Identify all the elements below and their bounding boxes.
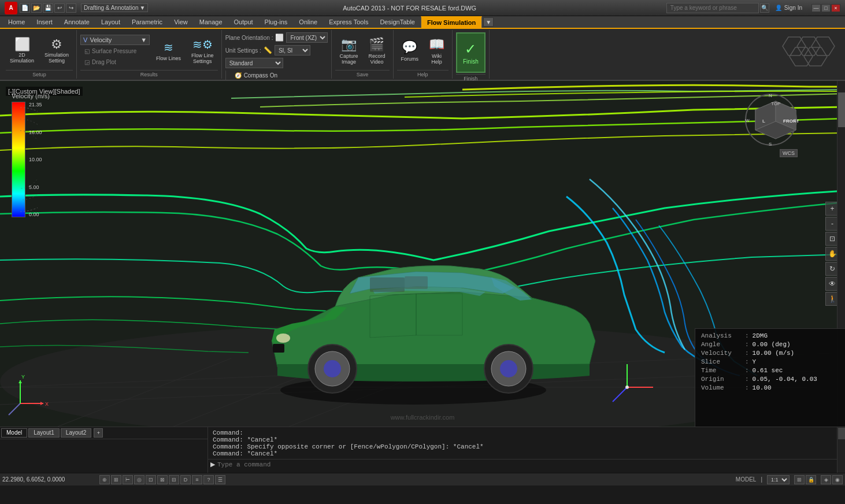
lock-icon[interactable]: 🔒 [806,475,816,484]
polar-icon[interactable]: ◎ [134,475,144,484]
velocity-v-icon: V [83,36,87,43]
tab-plugins[interactable]: Plug-ins [259,16,294,28]
tab-view[interactable]: View [168,16,194,28]
osnap-icon[interactable]: ⊡ [146,475,156,484]
command-input-row[interactable]: ▶ [208,459,837,469]
ribbon-tab-bar: Home Insert Annotate Layout Parametric V… [0,16,845,29]
tab-options-btn[interactable]: ▼ [483,17,494,27]
sim-setting-icon: ⚙ [51,38,62,51]
perf-icon2[interactable]: ◉ [832,475,843,484]
record-video-icon: 🎬 [369,37,384,52]
sc-icon[interactable]: ☰ [215,475,225,484]
workspace-dropdown[interactable]: Drafting & Annotation ▼ [81,3,148,12]
ribbon-group-help: 💬 Forums 📖 Wiki Help Help [394,30,453,79]
tab-layout1[interactable]: Layout1 [28,428,60,438]
tab-online[interactable]: Online [293,16,323,28]
btn-capture-image[interactable]: 📷 Capture Image [335,35,362,67]
workspace-icon[interactable]: ⊞ [794,475,805,484]
tab-layout[interactable]: Layout [95,16,126,28]
grid-icon[interactable]: ⊞ [111,475,121,484]
svg-rect-22 [370,277,405,292]
window-controls: — □ × [811,4,840,12]
tab-annotate[interactable]: Annotate [58,16,95,28]
btn-wiki-help[interactable]: 📖 Wiki Help [425,35,449,67]
flow-lines-icon: ≋ [164,40,173,54]
btn-simulation-setting[interactable]: ⚙ Simulation Setting [40,36,73,66]
btn-2d-simulation[interactable]: ⬜ 2D Simulation [6,36,38,66]
tab-flow-simulation[interactable]: Flow Simulation [421,16,482,28]
capture-image-icon: 📷 [341,37,357,52]
svg-rect-23 [405,276,428,289]
product-logo [771,31,840,77]
cmd-line-1: Command: [213,429,832,436]
snap-icon[interactable]: ⊕ [99,475,110,484]
qp-icon[interactable]: ? [203,475,214,484]
unit-settings-select[interactable]: SI, SI Imperial [275,45,310,55]
svg-marker-4 [804,47,827,66]
tab-design-table[interactable]: DesignTable [374,16,421,28]
lw-icon[interactable]: ≡ [192,475,202,484]
info-row-velocity: Velocity : 10.00 (m/s) [701,350,839,357]
restore-btn[interactable]: □ [821,4,831,12]
tab-parametric[interactable]: Parametric [126,16,168,28]
ribbon: ⬜ 2D Simulation ⚙ Simulation Setting Set… [0,29,845,81]
viewport-scale-select[interactable]: 1:1 1:2 2:1 [767,475,790,484]
svg-text:L: L [762,118,765,124]
qat-save[interactable]: 💾 [43,3,53,13]
view-cube-container[interactable]: L FRONT TOP N S W E [744,92,799,149]
btn-record-video[interactable]: 🎬 Record Video [364,35,389,67]
view-mode-icons: ⊞ 🔒 [794,475,816,484]
btn-compass-on[interactable]: 🧭 Compass On [231,71,293,80]
app-icon: A [5,2,17,14]
tab-bar-bottom: Model Layout1 Layout2 + [0,427,207,439]
search-button[interactable]: 🔍 [760,3,769,13]
status-bar: 22.2980, 6.6052, 0.0000 ⊕ ⊞ ⊢ ◎ ⊡ ⊠ ⊟ D … [0,473,845,486]
command-input[interactable] [217,461,835,468]
search-input[interactable] [666,3,759,13]
svg-point-19 [500,360,517,377]
command-area: Model Layout1 Layout2 + Command: Command… [0,427,845,473]
tab-home[interactable]: Home [2,16,31,28]
cmd-scrollbar[interactable] [837,427,845,473]
tab-layout2[interactable]: Layout2 [61,428,92,438]
qat-redo[interactable]: ↪ [66,3,76,13]
btn-flow-lines[interactable]: ≋ Flow Lines [152,38,185,64]
btn-drag-plot[interactable]: ◲ Drag Plot [80,57,150,67]
btn-forums[interactable]: 💬 Forums [397,38,423,64]
close-btn[interactable]: × [831,4,840,12]
velocity-dropdown[interactable]: V Velocity ▼ [80,35,150,45]
perf-icon1[interactable]: ◈ [821,475,831,484]
cmd-scroll-thumb[interactable] [838,428,845,439]
title-bar: A 📄 📂 💾 ↩ ↪ Drafting & Annotation ▼ Auto… [0,0,845,16]
standard-row: Standard [225,58,283,68]
tab-express-tools[interactable]: Express Tools [323,16,374,28]
tab-manage[interactable]: Manage [194,16,228,28]
tab-output[interactable]: Output [228,16,259,28]
view-cube[interactable]: L FRONT TOP N S W E [744,92,799,147]
qat-new[interactable]: 📄 [20,3,30,13]
coordinate-display: 22.2980, 6.6052, 0.0000 [2,476,95,483]
ortho-icon[interactable]: ⊢ [123,475,133,484]
ribbon-group-results: V Velocity ▼ ◱ Surface Pressure ◲ Drag P… [77,30,222,79]
info-row-time: Time : 0.61 sec [701,367,839,374]
tab-model[interactable]: Model [1,428,27,438]
qat-undo[interactable]: ↩ [54,3,65,13]
legend-decoration [3,102,38,217]
plane-orientation-select[interactable]: Front (XZ) Top (XY) Right (YZ) [286,32,328,43]
ducs-icon[interactable]: ⊟ [169,475,179,484]
viewport[interactable]: X Y [-][Custom View][Shaded] Velocity (m… [0,81,845,427]
tab-insert[interactable]: Insert [31,16,58,28]
user-area[interactable]: 👤 Sign In [775,5,802,11]
btn-finish[interactable]: ✓ Finish [456,32,485,73]
minimize-btn[interactable]: — [811,4,821,12]
viewport-scroll-thumb[interactable] [838,92,845,127]
save-label: Save [335,70,389,77]
btn-surface-pressure[interactable]: ◱ Surface Pressure [80,46,150,56]
standard-select[interactable]: Standard [225,58,283,68]
qat-open[interactable]: 📂 [31,3,42,13]
add-layout-btn[interactable]: + [94,428,103,438]
dyn-icon[interactable]: D [180,475,191,484]
btn-flow-line-settings[interactable]: ≋⚙ Flow Line Settings [187,35,218,66]
command-history: Command: Command: *Cancel* Command: Spec… [208,427,837,459]
otrack-icon[interactable]: ⊠ [157,475,168,484]
